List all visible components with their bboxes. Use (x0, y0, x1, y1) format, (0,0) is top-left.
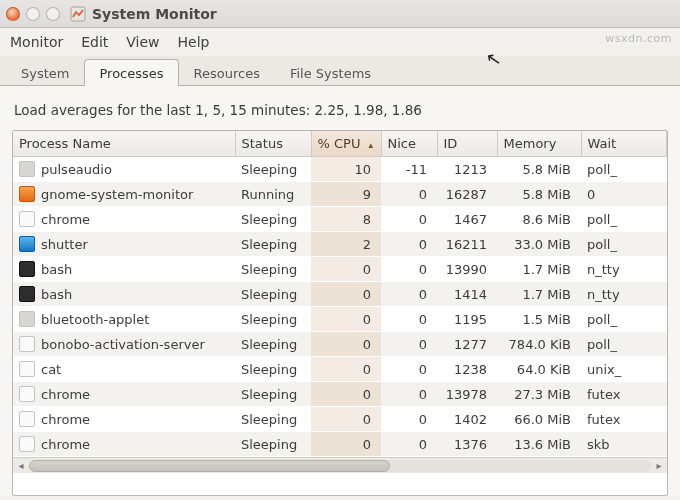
process-id: 13978 (437, 382, 497, 407)
table-row[interactable]: catSleeping00123864.0 KiBunix_ (13, 357, 667, 382)
process-nice: 0 (381, 332, 437, 357)
process-cpu: 0 (311, 257, 381, 282)
process-memory: 13.6 MiB (497, 432, 581, 457)
table-row[interactable]: bashSleeping00139901.7 MiBn_tty (13, 257, 667, 282)
process-id: 13990 (437, 257, 497, 282)
process-cpu: 0 (311, 332, 381, 357)
menubar: Monitor Edit View Help (0, 28, 680, 56)
process-nice: 0 (381, 357, 437, 382)
process-name: bluetooth-applet (41, 312, 149, 327)
process-table: Process Name Status % CPU ▴ Nice ID Memo… (13, 131, 667, 457)
process-nice: 0 (381, 182, 437, 207)
process-memory: 27.3 MiB (497, 382, 581, 407)
process-wait: unix_ (581, 357, 667, 382)
tabstrip: System Processes Resources File Systems (0, 56, 680, 86)
col-nice[interactable]: Nice (381, 131, 437, 157)
table-row[interactable]: chromeSleeping8014678.6 MiBpoll_ (13, 207, 667, 232)
table-row[interactable]: chromeSleeping001397827.3 MiBfutex (13, 382, 667, 407)
loadavg-label: Load averages for the last 1, 5, 15 minu… (14, 102, 310, 118)
process-id: 1414 (437, 282, 497, 307)
tab-filesystems[interactable]: File Systems (275, 59, 386, 86)
table-row[interactable]: chromeSleeping00137613.6 MiBskb (13, 432, 667, 457)
process-wait: 0 (581, 182, 667, 207)
tab-resources[interactable]: Resources (179, 59, 275, 86)
process-nice: 0 (381, 232, 437, 257)
process-icon (19, 336, 35, 352)
process-status: Sleeping (235, 332, 311, 357)
process-cpu: 0 (311, 432, 381, 457)
process-icon (19, 186, 35, 202)
col-wait[interactable]: Wait (581, 131, 667, 157)
col-id[interactable]: ID (437, 131, 497, 157)
process-cpu: 8 (311, 207, 381, 232)
process-status: Sleeping (235, 382, 311, 407)
process-status: Sleeping (235, 307, 311, 332)
table-row[interactable]: shutterSleeping201621133.0 MiBpoll_ (13, 232, 667, 257)
process-wait: skb (581, 432, 667, 457)
process-icon (19, 436, 35, 452)
process-memory: 784.0 KiB (497, 332, 581, 357)
table-row[interactable]: chromeSleeping00140266.0 MiBfutex (13, 407, 667, 432)
menu-monitor[interactable]: Monitor (10, 34, 63, 50)
table-row[interactable]: bashSleeping0014141.7 MiBn_tty (13, 282, 667, 307)
process-id: 16211 (437, 232, 497, 257)
process-nice: 0 (381, 257, 437, 282)
col-cpu[interactable]: % CPU ▴ (311, 131, 381, 157)
table-row[interactable]: gnome-system-monitorRunning90162875.8 Mi… (13, 182, 667, 207)
process-wait: poll_ (581, 307, 667, 332)
process-name: chrome (41, 212, 90, 227)
process-status: Sleeping (235, 157, 311, 182)
horizontal-scrollbar[interactable]: ◂ ▸ (13, 457, 667, 473)
scroll-thumb[interactable] (29, 460, 390, 472)
process-memory: 5.8 MiB (497, 182, 581, 207)
process-nice: 0 (381, 382, 437, 407)
process-icon (19, 386, 35, 402)
process-id: 1467 (437, 207, 497, 232)
col-status[interactable]: Status (235, 131, 311, 157)
process-id: 1195 (437, 307, 497, 332)
process-cpu: 9 (311, 182, 381, 207)
process-name: shutter (41, 237, 88, 252)
process-name: pulseaudio (41, 162, 112, 177)
table-header-row: Process Name Status % CPU ▴ Nice ID Memo… (13, 131, 667, 157)
process-icon (19, 261, 35, 277)
menu-help[interactable]: Help (178, 34, 210, 50)
process-nice: 0 (381, 407, 437, 432)
table-row[interactable]: bluetooth-appletSleeping0011951.5 MiBpol… (13, 307, 667, 332)
sort-asc-icon: ▴ (369, 140, 374, 150)
close-button[interactable] (6, 7, 20, 21)
process-icon (19, 211, 35, 227)
process-name: cat (41, 362, 61, 377)
process-id: 1213 (437, 157, 497, 182)
menu-view[interactable]: View (126, 34, 159, 50)
processes-panel: Load averages for the last 1, 5, 15 minu… (0, 86, 680, 496)
process-status: Sleeping (235, 282, 311, 307)
window-title: System Monitor (92, 6, 217, 22)
table-row[interactable]: bonobo-activation-serverSleeping00127778… (13, 332, 667, 357)
process-status: Sleeping (235, 407, 311, 432)
loadavg-values: 2.25, 1.98, 1.86 (315, 102, 422, 118)
col-cpu-label: % CPU (318, 136, 361, 151)
tab-processes[interactable]: Processes (84, 59, 178, 86)
scroll-right-icon[interactable]: ▸ (651, 460, 667, 471)
process-name: bash (41, 262, 72, 277)
scroll-left-icon[interactable]: ◂ (13, 460, 29, 471)
process-nice: 0 (381, 307, 437, 332)
col-process[interactable]: Process Name (13, 131, 235, 157)
minimize-button[interactable] (26, 7, 40, 21)
process-nice: 0 (381, 207, 437, 232)
maximize-button[interactable] (46, 7, 60, 21)
process-wait: futex (581, 382, 667, 407)
titlebar: System Monitor (0, 0, 680, 28)
scroll-track[interactable] (29, 460, 651, 472)
process-id: 16287 (437, 182, 497, 207)
menu-edit[interactable]: Edit (81, 34, 108, 50)
process-name: gnome-system-monitor (41, 187, 193, 202)
process-memory: 5.8 MiB (497, 157, 581, 182)
process-wait: futex (581, 407, 667, 432)
tab-system[interactable]: System (6, 59, 84, 86)
col-memory[interactable]: Memory (497, 131, 581, 157)
table-row[interactable]: pulseaudioSleeping10-1112135.8 MiBpoll_ (13, 157, 667, 182)
process-wait: poll_ (581, 157, 667, 182)
load-averages: Load averages for the last 1, 5, 15 minu… (14, 102, 666, 118)
